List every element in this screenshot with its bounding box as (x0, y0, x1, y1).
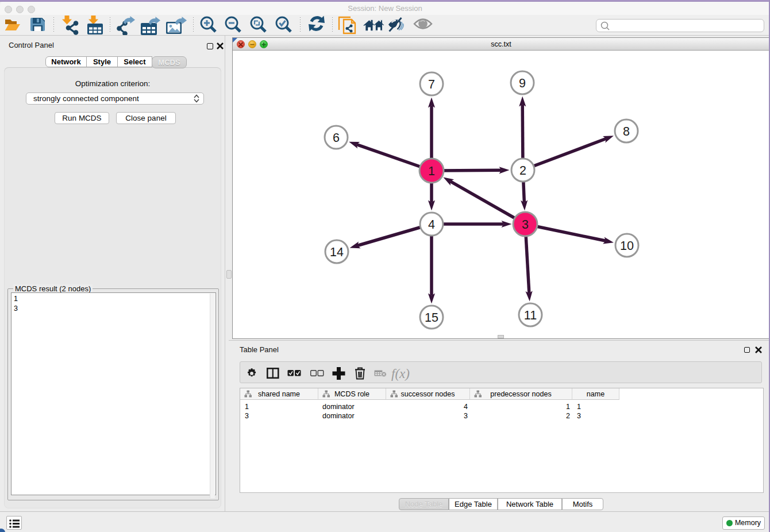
svg-text:7: 7 (428, 78, 435, 91)
svg-text:1: 1 (428, 164, 435, 178)
svg-text:10: 10 (620, 239, 634, 253)
svg-text:6: 6 (333, 131, 340, 145)
svg-text:2: 2 (519, 164, 526, 178)
svg-text:8: 8 (623, 125, 630, 138)
svg-text:14: 14 (330, 245, 344, 259)
svg-text:3: 3 (522, 218, 529, 232)
svg-text:9: 9 (519, 76, 526, 90)
svg-text:15: 15 (425, 311, 438, 325)
svg-text:11: 11 (524, 309, 537, 322)
svg-text:f(x): f(x) (391, 367, 410, 381)
svg-text:4: 4 (428, 218, 435, 232)
